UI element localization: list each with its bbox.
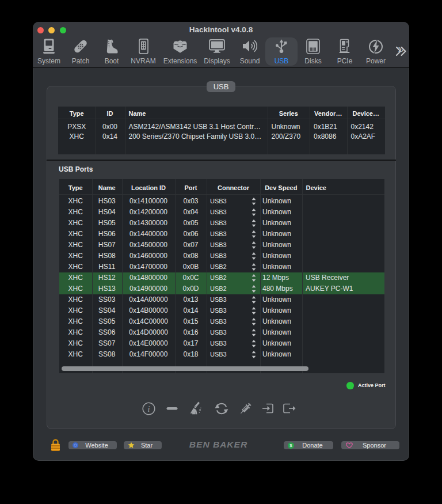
svg-text:i: i [147,404,150,413]
